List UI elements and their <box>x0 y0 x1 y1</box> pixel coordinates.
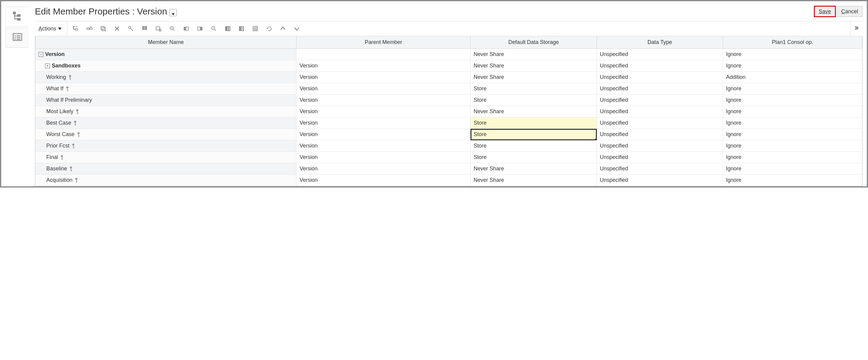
cell-parent-member[interactable]: Version <box>297 152 470 163</box>
freeze-right-button[interactable] <box>193 21 207 36</box>
cell-member-name[interactable]: Final <box>35 152 297 163</box>
cell-data-type[interactable]: Unspecified <box>597 129 723 140</box>
col-consol-op[interactable]: Plan1 Consol op. <box>723 36 862 49</box>
cell-member-name[interactable]: −Version <box>35 49 297 60</box>
cell-data-type[interactable]: Unspecified <box>597 163 723 174</box>
cell-member-name[interactable]: What If <box>35 83 297 94</box>
cell-parent-member[interactable]: Version <box>297 129 470 140</box>
table-row[interactable]: AcquisitionVersionNever ShareUnspecified… <box>35 174 862 186</box>
cell-member-name[interactable]: Baseline <box>35 163 297 174</box>
add-child-button[interactable] <box>68 21 82 36</box>
cell-parent-member[interactable]: Version <box>297 174 470 186</box>
table-row[interactable]: What IfVersionStoreUnspecifiedIgnore <box>35 83 862 94</box>
cell-data-type[interactable]: Unspecified <box>597 60 723 72</box>
cell-default-storage[interactable]: Never Share <box>470 60 597 72</box>
cell-default-storage[interactable]: Never Share <box>470 49 597 60</box>
cell-consol-op[interactable]: Ignore <box>723 117 862 129</box>
cell-default-storage[interactable]: Store <box>470 129 597 140</box>
cell-member-name[interactable]: Best Case <box>35 117 297 129</box>
table-row[interactable]: Most LikelyVersionNever ShareUnspecified… <box>35 106 862 117</box>
toolbar-overflow[interactable] <box>850 21 863 36</box>
cell-default-storage[interactable]: Store <box>470 152 597 163</box>
cell-consol-op[interactable]: Ignore <box>723 129 862 140</box>
cell-member-name[interactable]: Working <box>35 72 297 83</box>
move-down-button[interactable] <box>290 21 304 36</box>
member-table[interactable]: Member Name Parent Member Default Data S… <box>35 36 862 186</box>
table-row[interactable]: Best CaseVersionStoreUnspecifiedIgnore <box>35 117 862 129</box>
cell-default-storage[interactable]: Store <box>470 83 597 94</box>
table-row[interactable]: BaselineVersionNever ShareUnspecifiedIgn… <box>35 163 862 174</box>
side-tab-list[interactable] <box>5 28 29 48</box>
cell-default-storage[interactable]: Never Share <box>470 174 597 186</box>
table-row[interactable]: FinalVersionStoreUnspecifiedIgnore <box>35 152 862 163</box>
cell-data-type[interactable]: Unspecified <box>597 174 723 186</box>
cell-parent-member[interactable]: Version <box>297 60 470 72</box>
cell-data-type[interactable]: Unspecified <box>597 106 723 117</box>
cell-consol-op[interactable]: Ignore <box>723 60 862 72</box>
grid-button[interactable] <box>248 21 262 36</box>
cell-parent-member[interactable]: Version <box>297 72 470 83</box>
table-row[interactable]: Prior FcstVersionStoreUnspecifiedIgnore <box>35 140 862 152</box>
add-sibling-button[interactable] <box>82 21 96 36</box>
cell-data-type[interactable]: Unspecified <box>597 152 723 163</box>
properties-button[interactable] <box>138 21 152 36</box>
undo-button[interactable] <box>262 21 276 36</box>
cell-parent-member[interactable]: Version <box>297 106 470 117</box>
freeze-left-button[interactable] <box>179 21 193 36</box>
cell-parent-member[interactable]: Version <box>297 163 470 174</box>
cell-default-storage[interactable]: Never Share <box>470 163 597 174</box>
cell-member-name[interactable]: Prior Fcst <box>35 140 297 152</box>
cell-data-type[interactable]: Unspecified <box>597 72 723 83</box>
cell-parent-member[interactable]: Version <box>297 140 470 152</box>
duplicate-button[interactable] <box>96 21 110 36</box>
unfreeze-columns-button[interactable] <box>235 21 248 36</box>
key-button[interactable] <box>124 21 138 36</box>
table-row[interactable]: +SandboxesVersionNever ShareUnspecifiedI… <box>35 60 862 72</box>
zoom-in-button[interactable] <box>165 21 179 36</box>
side-tab-hierarchy[interactable] <box>5 7 29 27</box>
table-row[interactable]: −VersionNever ShareUnspecifiedIgnore <box>35 49 862 60</box>
delete-button[interactable] <box>110 21 124 36</box>
cell-member-name[interactable]: Worst Case <box>35 129 297 140</box>
cell-data-type[interactable]: Unspecified <box>597 94 723 106</box>
table-row[interactable]: Worst CaseVersionStoreUnspecifiedIgnore <box>35 129 862 140</box>
refresh-button[interactable] <box>152 21 165 36</box>
cell-default-storage[interactable]: Store <box>470 117 597 129</box>
title-dropdown-button[interactable] <box>169 9 177 16</box>
save-button[interactable]: Save <box>814 6 836 17</box>
cell-consol-op[interactable]: Ignore <box>723 163 862 174</box>
cell-member-name[interactable]: What If Preliminary <box>35 94 297 106</box>
cell-member-name[interactable]: Acquisition <box>35 174 297 186</box>
cell-default-storage[interactable]: Never Share <box>470 72 597 83</box>
cell-data-type[interactable]: Unspecified <box>597 83 723 94</box>
cell-member-name[interactable]: Most Likely <box>35 106 297 117</box>
cell-default-storage[interactable]: Store <box>470 94 597 106</box>
cell-parent-member[interactable]: Version <box>297 94 470 106</box>
cell-data-type[interactable]: Unspecified <box>597 140 723 152</box>
cell-consol-op[interactable]: Ignore <box>723 174 862 186</box>
cell-parent-member[interactable] <box>297 49 470 60</box>
cell-parent-member[interactable]: Version <box>297 83 470 94</box>
cell-parent-member[interactable]: Version <box>297 117 470 129</box>
col-data-type[interactable]: Data Type <box>597 36 723 49</box>
freeze-columns-button[interactable] <box>221 21 235 36</box>
col-member-name[interactable]: Member Name <box>35 36 297 49</box>
cell-consol-op[interactable]: Ignore <box>723 83 862 94</box>
expand-icon[interactable]: + <box>45 63 50 68</box>
table-row[interactable]: WorkingVersionNever ShareUnspecifiedAddi… <box>35 72 862 83</box>
cell-data-type[interactable]: Unspecified <box>597 49 723 60</box>
col-parent-member[interactable]: Parent Member <box>297 36 470 49</box>
cell-consol-op[interactable]: Ignore <box>723 152 862 163</box>
cell-consol-op[interactable]: Ignore <box>723 94 862 106</box>
table-row[interactable]: What If PreliminaryVersionStoreUnspecifi… <box>35 94 862 106</box>
cell-consol-op[interactable]: Ignore <box>723 49 862 60</box>
col-default-storage[interactable]: Default Data Storage <box>470 36 597 49</box>
cell-consol-op[interactable]: Ignore <box>723 140 862 152</box>
zoom-out-button[interactable] <box>207 21 221 36</box>
cell-member-name[interactable]: +Sandboxes <box>35 60 297 72</box>
cell-data-type[interactable]: Unspecified <box>597 117 723 129</box>
actions-menu[interactable]: Actions <box>35 21 67 36</box>
move-up-button[interactable] <box>276 21 290 36</box>
cell-consol-op[interactable]: Addition <box>723 72 862 83</box>
cancel-button[interactable]: Cancel <box>837 6 863 17</box>
